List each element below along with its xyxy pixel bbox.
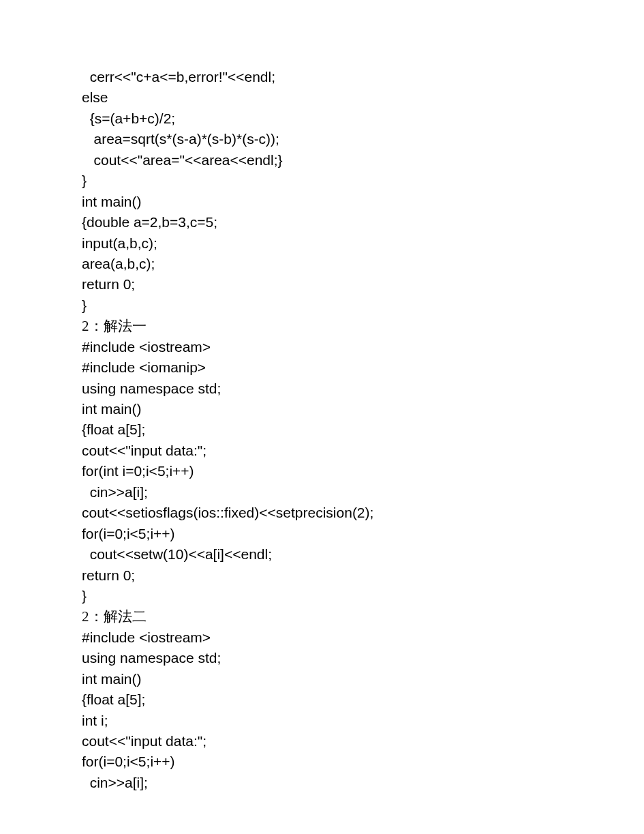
code-line: int main() bbox=[82, 669, 562, 689]
code-line: using namespace std; bbox=[82, 378, 562, 399]
code-line: int i; bbox=[82, 711, 562, 731]
code-line: {double a=2,b=3,c=5; bbox=[82, 212, 562, 233]
code-line: } bbox=[82, 170, 562, 191]
code-line: int main() bbox=[82, 399, 562, 419]
code-line: for(i=0;i<5;i++) bbox=[82, 524, 562, 544]
code-line: for(i=0;i<5;i++) bbox=[82, 751, 562, 772]
code-line: cout<<"input data:"; bbox=[82, 731, 562, 751]
code-line: {float a[5]; bbox=[82, 419, 562, 440]
code-line: } bbox=[82, 586, 562, 606]
code-line: input(a,b,c); bbox=[82, 233, 562, 254]
code-line: } bbox=[82, 295, 562, 316]
code-line: area(a,b,c); bbox=[82, 254, 562, 274]
code-line: else bbox=[82, 87, 562, 108]
code-line: #include <iostream> bbox=[82, 337, 562, 357]
document-page: cerr<<"c+a<=b,error!"<<endl; else {s=(a+… bbox=[0, 0, 644, 834]
code-line: cout<<setw(10)<<a[i]<<endl; bbox=[82, 544, 562, 565]
code-line: #include <iostream> bbox=[82, 627, 562, 648]
code-line: cin>>a[i]; bbox=[82, 773, 562, 793]
code-line: return 0; bbox=[82, 565, 562, 586]
code-line: return 0; bbox=[82, 274, 562, 295]
code-line: cin>>a[i]; bbox=[82, 482, 562, 503]
code-line: cout<<"input data:"; bbox=[82, 441, 562, 461]
code-line: cout<<setiosflags(ios::fixed)<<setprecis… bbox=[82, 503, 562, 523]
code-line: cout<<"area="<<area<<endl;} bbox=[82, 150, 562, 170]
code-line: int main() bbox=[82, 192, 562, 212]
code-line: {s=(a+b+c)/2; bbox=[82, 108, 562, 129]
code-line: {float a[5]; bbox=[82, 689, 562, 710]
code-line: area=sqrt(s*(s-a)*(s-b)*(s-c)); bbox=[82, 129, 562, 149]
code-line: for(int i=0;i<5;i++) bbox=[82, 461, 562, 481]
code-line: #include <iomanip> bbox=[82, 357, 562, 378]
code-line: cerr<<"c+a<=b,error!"<<endl; bbox=[82, 67, 562, 87]
section-heading: 2：解法一 bbox=[82, 316, 562, 336]
code-line: using namespace std; bbox=[82, 648, 562, 668]
section-heading: 2：解法二 bbox=[82, 606, 562, 627]
